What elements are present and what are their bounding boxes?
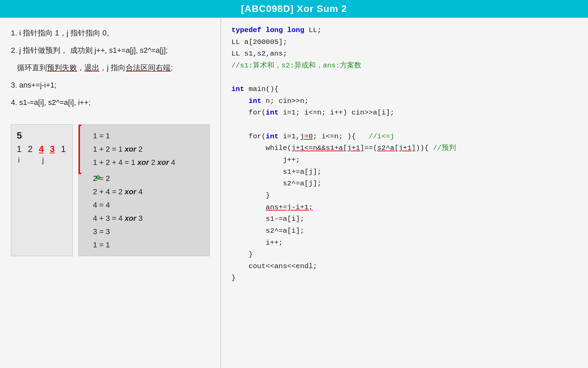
code-line-7: for(int i=1; i<=n; i++) cin>>a[i];: [231, 107, 578, 119]
main-content: 1. i 指针指向 1，j 指针指向 0。 2. j 指针做预判， 成功则 j+…: [0, 18, 588, 368]
eq-3: 1 + 2 + 4 = 1 xor 2 xor 4: [87, 157, 201, 168]
array-n: 5: [17, 130, 66, 141]
code-line-6: int n; cin>>n;: [231, 95, 578, 107]
left-panel: 1. i 指针指向 1，j 指针指向 0。 2. j 指针做预判， 成功则 j+…: [0, 18, 221, 368]
eq-2: 1 + 2 = 1 xor 2: [87, 143, 201, 155]
code-line-3: LL s1,s2,ans;: [231, 48, 578, 60]
code-line-2: LL a[200005];: [231, 36, 578, 48]
array-values: 1 2 4 3 1: [17, 144, 66, 154]
code-line-20: }: [231, 272, 578, 284]
code-line-12: s2^=a[j];: [231, 178, 578, 190]
code-line-blank1: [231, 72, 578, 84]
code-line-4: //s1:算术和，s2:异或和，ans:方案数: [231, 60, 578, 72]
code-line-17: i++;: [231, 237, 578, 249]
code-line-1: typedef long long LL;: [231, 25, 578, 36]
array-ij: i j: [17, 156, 66, 165]
code-line-15: s1-=a[i];: [231, 213, 578, 225]
eq-8: 3 = 3: [87, 226, 201, 237]
bracket-line: [79, 125, 81, 174]
code-line-8: for(int i=1,j=0; i<=n; ){ //i<=j: [231, 131, 578, 143]
code-line-14: ans+=j-i+1;: [231, 202, 578, 214]
array-container: 5 1 2 4 3 1 i j 1 = 1: [11, 124, 210, 256]
step-1: 1. i 指针指向 1，j 指针指向 0。: [11, 27, 210, 39]
step-2: 2. j 指针做预判， 成功则 j++, s1+=a[j], s2^=a[j];: [11, 45, 210, 56]
page-title: [ABC098D] Xor Sum 2: [241, 3, 347, 14]
i-label: i: [18, 156, 20, 165]
array-val-2: 2: [28, 144, 32, 154]
header: [ABC098D] Xor Sum 2: [0, 0, 588, 18]
eq-4: 2 = 2: [87, 173, 201, 184]
code-block: typedef long long LL; LL a[200005]; LL s…: [231, 25, 578, 284]
array-val-5: 1: [61, 144, 66, 154]
code-line-10: j++;: [231, 154, 578, 166]
eq-7: 4 + 3 = 4 xor 3: [87, 213, 201, 224]
array-val-1: 1: [17, 144, 21, 154]
code-line-18: }: [231, 249, 578, 261]
array-val-4: 3: [50, 144, 54, 154]
array-val-3: 4: [39, 144, 44, 154]
code-line-blank2: [231, 119, 578, 131]
right-panel: typedef long long LL; LL a[200005]; LL s…: [221, 18, 588, 368]
array-box: 5 1 2 4 3 1 i j: [11, 124, 73, 256]
step-4: 4. s1-=a[i], s2^=a[i], i++;: [11, 97, 210, 108]
j-label: j: [42, 156, 44, 165]
code-line-16: s2^=a[i];: [231, 225, 578, 237]
step-3: 3. ans+=j-i+1;: [11, 79, 210, 91]
eq-5: 2 + 4 = 2 xor 4: [87, 186, 201, 197]
code-line-9: while(j+1<=n&&s1+a[j+1]==(s2^a[j+1])){ /…: [231, 142, 578, 154]
eq-9: 1 = 1: [87, 239, 201, 250]
eq-6: 4 = 4: [87, 199, 201, 211]
eq-1: 1 = 1: [87, 130, 201, 141]
step-2b: 循环直到预判失败，退出，j 指向合法区间右端;: [11, 62, 210, 73]
code-line-5: int main(){: [231, 83, 578, 95]
code-line-19: cout<<ans<<endl;: [231, 261, 578, 273]
equations-box: 1 = 1 1 + 2 = 1 xor 2 1 + 2 + 4 = 1 xor …: [78, 124, 210, 256]
code-line-13: }: [231, 190, 578, 202]
code-line-11: s1+=a[j];: [231, 166, 578, 178]
